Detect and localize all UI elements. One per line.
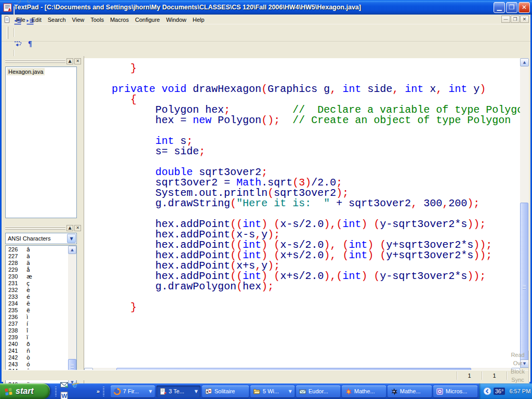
code-line [87,209,520,219]
code-line: Polygon hex; // Declare a variable of ty… [87,105,520,115]
code-line [87,126,520,136]
redo-button[interactable] [24,0,36,6]
quick-launch-grip[interactable] [55,386,57,396]
taskbar-button-label: Micros... [446,388,468,394]
taskbar-button-textpad[interactable]: 3 Te...▼ [156,385,201,397]
quick-launch-more-button[interactable]: » [97,388,100,394]
textpad-icon [159,388,167,395]
toolbar: ¶ABCAZ? [2,24,530,42]
menu-macros[interactable]: Macros [107,16,132,24]
scroll-up-icon[interactable]: ▲ [68,246,76,254]
chevron-down-icon[interactable]: ▼ [67,234,76,243]
start-button[interactable]: start [0,383,50,399]
unindent-button[interactable] [11,16,24,28]
internet-explorer-icon[interactable]: e [71,382,80,391]
code-line: sqrt3over2 = Math.sqrt(3)/2.0; [87,178,520,188]
panel-dock-button[interactable]: ▲ [66,225,73,231]
taskbar-button-firefox[interactable]: 7 Fir...▼ [111,385,155,397]
clip-book-dropdown[interactable]: ANSI Characters ▼ [5,233,77,244]
ansi-character-row[interactable]: 232è [6,287,68,294]
ansi-code: 238 [6,327,26,334]
menu-configure[interactable]: Configure [132,16,163,24]
ansi-char: î [26,327,28,334]
ansi-character-row[interactable]: 239ï [6,334,68,341]
menu-tools[interactable]: Tools [87,16,107,24]
quick-launch-grip[interactable] [103,386,104,396]
task-group-chevron-icon[interactable]: ▼ [149,389,152,394]
mdi-minimize-button[interactable]: — [501,16,510,23]
ansi-code: 237 [6,321,26,327]
scroll-up-icon[interactable]: ▲ [520,58,529,66]
menu-window[interactable]: Window [163,16,190,24]
ansi-character-row[interactable]: 243ó [6,361,68,368]
word-wrap-button[interactable] [11,37,24,50]
open-document-item[interactable]: Hexagon.java [7,68,45,75]
close-button[interactable]: ✕ [518,2,530,13]
ansi-character-row[interactable]: 236ì [6,314,68,321]
status-flag-read: Read [507,351,529,359]
code-line: hex.addPoint((int) (x-s/2.0), (int) (y+s… [87,240,520,250]
ansi-character-row[interactable]: 227ã [6,253,68,260]
code-line: private void drawHexagon(Graphics g, int… [87,84,520,95]
minimize-button[interactable]: ▁ [494,2,505,13]
ansi-character-row[interactable]: 233é [6,294,68,300]
vertical-scrollbar[interactable]: ▲ ▼ [520,58,529,368]
ansi-code: 232 [6,287,26,294]
mdi-restore-button[interactable]: ❐ [511,16,520,23]
clip-book-selected: ANSI Characters [6,235,67,242]
ansi-character-row[interactable]: 235ë [6,307,68,314]
task-group-chevron-icon[interactable]: ▼ [195,389,198,394]
status-flag-ovr: Ovr [507,359,529,367]
panel-close-button[interactable]: ✕ [74,225,81,231]
title-bar[interactable]: TextPad - [C:\Documents and Settings\jho… [0,0,532,15]
toolbar-grip[interactable] [7,26,8,39]
ansi-scrollbar[interactable]: ▲ ▼ [68,246,76,387]
ansi-character-row[interactable]: 237í [6,321,68,327]
ansi-character-row[interactable]: 226â [6,246,68,253]
ansi-character-row[interactable]: 238î [6,327,68,334]
ansi-code: 242 [6,354,26,361]
ansi-character-row[interactable]: 231ç [6,280,68,287]
show-paragraph-button[interactable]: ¶ [24,37,36,50]
panel-close-button[interactable]: ✕ [74,58,81,64]
ansi-char: ó [26,361,30,368]
ansi-character-row[interactable]: 230æ [6,273,68,280]
taskbar-button-label: 7 Fir... [123,388,139,394]
ansi-character-row[interactable]: 229å [6,267,68,273]
tray-collapse-icon[interactable] [483,387,491,395]
taskbar-button-mathematica-kernel[interactable]: Mathe... [388,385,432,397]
undo-button[interactable] [11,0,24,6]
panel-grip[interactable] [5,227,65,230]
taskbar-button-folder[interactable]: 5 Wi...▼ [250,385,295,397]
solitaire-icon [205,388,212,395]
indent-button[interactable] [24,16,36,28]
ansi-character-row[interactable]: 242ò [6,354,68,361]
ansi-char: ê [26,300,30,307]
code-editor[interactable]: } private void drawHexagon(Graphics g, i… [84,58,520,368]
menu-view[interactable]: View [69,16,88,24]
code-line: hex.addPoint((int) (x+s/2.0),(int) (y-sq… [87,271,520,282]
taskbar-button-mathematica[interactable]: Mathe... [342,385,386,397]
ansi-character-row[interactable]: 240ð [6,341,68,348]
mdi-close-button[interactable]: ✕ [520,16,529,23]
document-selector-list[interactable]: Hexagon.java [5,66,77,218]
code-line: g.drawPolygon(hex); [87,282,520,292]
panel-dock-button[interactable]: ▲ [66,58,73,64]
taskbar-button-ms-app[interactable]: Micros... [433,385,477,397]
weather-tray-item[interactable]: 36° [494,388,506,395]
scrollbar-thumb[interactable] [520,203,528,371]
task-group-chevron-icon[interactable]: ▼ [289,389,292,394]
taskbar-clock[interactable]: 6:57 PM [509,388,530,394]
taskbar-button-solitaire[interactable]: Solitaire [202,385,249,397]
restore-button[interactable]: ❐ [506,2,517,13]
textpad-app-icon [3,3,12,12]
menu-help[interactable]: Help [190,16,208,24]
outlook-express-icon[interactable] [60,382,69,391]
ansi-character-row[interactable]: 228ä [6,260,68,267]
word-icon[interactable]: W [60,393,69,399]
taskbar-button-eudora[interactable]: Eudor... [296,385,340,397]
panel-grip[interactable] [5,60,65,63]
status-bar: 1 1 ReadOvrBlockSyncRecCaps [3,370,529,380]
ansi-character-row[interactable]: 241ñ [6,348,68,354]
ansi-character-row[interactable]: 234ê [6,300,68,307]
